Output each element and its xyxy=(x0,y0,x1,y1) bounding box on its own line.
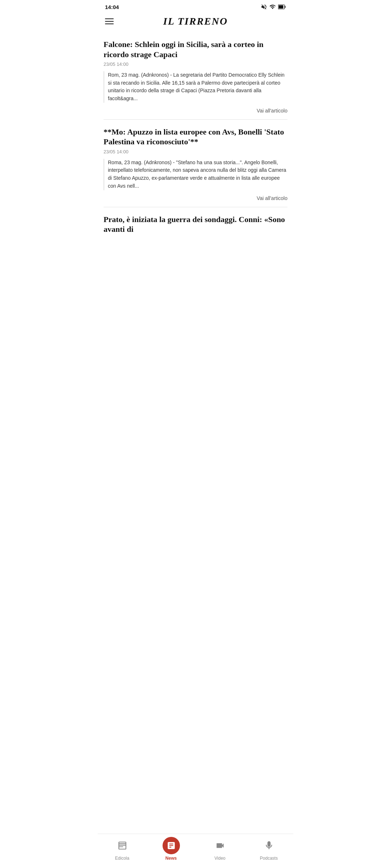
article-date: 23/05 14:00 xyxy=(104,149,287,154)
podcast-icon-wrap xyxy=(260,837,278,854)
article-item: Falcone: Schlein oggi in Sicilia, sarà a… xyxy=(104,32,287,120)
video-icon xyxy=(215,841,225,850)
svg-rect-1 xyxy=(285,6,286,8)
edicola-icon-wrap xyxy=(114,837,131,854)
nav-label-edicola: Edicola xyxy=(115,856,129,861)
article-item: Prato, è iniziata la guerra dei sondaggi… xyxy=(104,207,287,242)
podcast-icon xyxy=(264,841,274,850)
mute-icon xyxy=(261,4,267,10)
bottom-nav: Edicola News Video Podcasts xyxy=(98,834,293,868)
article-list: Falcone: Schlein oggi in Sicilia, sarà a… xyxy=(98,32,293,242)
article-preview: Rom, 23 mag. (Adnkronos) - La segretaria… xyxy=(104,71,287,103)
hamburger-line-1 xyxy=(105,18,114,19)
nav-item-video[interactable]: Video xyxy=(196,837,244,861)
nav-label-video: Video xyxy=(214,856,225,861)
article-title[interactable]: Falcone: Schlein oggi in Sicilia, sarà a… xyxy=(104,39,287,59)
nav-label-podcasts: Podcasts xyxy=(260,856,278,861)
video-icon-wrap xyxy=(211,837,229,854)
battery-icon xyxy=(278,4,286,9)
nav-item-podcasts[interactable]: Podcasts xyxy=(244,837,293,861)
svg-rect-2 xyxy=(279,5,283,9)
nav-item-edicola[interactable]: Edicola xyxy=(98,837,147,861)
article-read-more-link[interactable]: Vai all'articolo xyxy=(104,195,287,201)
hamburger-line-3 xyxy=(105,24,114,24)
article-title[interactable]: **Mo: Apuzzo in lista europee con Avs, B… xyxy=(104,127,287,147)
news-icon xyxy=(167,841,176,850)
status-bar: 14:04 xyxy=(98,0,293,12)
article-title[interactable]: Prato, è iniziata la guerra dei sondaggi… xyxy=(104,214,287,234)
nav-item-news[interactable]: News xyxy=(147,837,196,861)
newspaper-icon xyxy=(118,841,127,850)
article-preview: Roma, 23 mag. (Adnkronos) - "Stefano ha … xyxy=(104,159,287,190)
menu-button[interactable] xyxy=(104,17,115,26)
bottom-spacer xyxy=(98,242,293,278)
article-item: **Mo: Apuzzo in lista europee con Avs, B… xyxy=(104,120,287,207)
header: IL TIRRENO xyxy=(98,12,293,32)
wifi-icon xyxy=(269,4,276,10)
hamburger-line-2 xyxy=(105,21,114,22)
news-icon-wrap xyxy=(163,837,180,854)
app-logo: IL TIRRENO xyxy=(163,16,228,27)
status-icons xyxy=(261,4,286,10)
nav-label-news: News xyxy=(165,856,177,861)
article-date: 23/05 14:00 xyxy=(104,61,287,67)
status-time: 14:04 xyxy=(105,4,119,10)
article-read-more-link[interactable]: Vai all'articolo xyxy=(104,108,287,114)
